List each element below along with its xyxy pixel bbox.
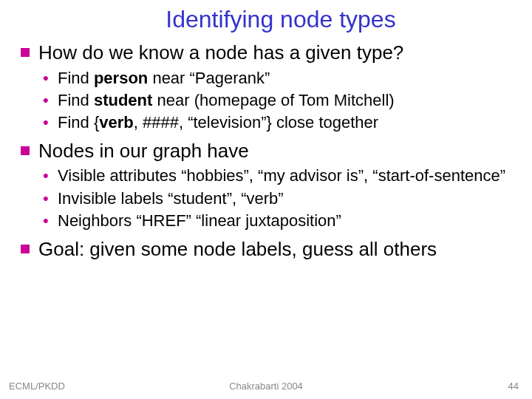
- footer-left: ECML/PKDD: [9, 381, 65, 392]
- bold-term: student: [94, 91, 152, 109]
- text: Find: [58, 69, 94, 87]
- sub-bullet-2b: Invisible labels “student”, “verb”: [43, 188, 514, 209]
- sub-bullet-1b: Find student near (homepage of Tom Mitch…: [43, 90, 514, 111]
- footer-center: Chakrabarti 2004: [0, 381, 532, 392]
- sub-list-2: Visible attributes “hobbies”, “my adviso…: [43, 166, 514, 231]
- top-bullet-3: Goal: given some node labels, guess all …: [18, 237, 514, 262]
- slide-footer: ECML/PKDD Chakrabarti 2004 44: [0, 381, 532, 392]
- sub-list-1: Find person near “Pagerank” Find student…: [43, 68, 514, 133]
- text: near (homepage of Tom Mitchell): [152, 91, 394, 109]
- top-level-list: How do we know a node has a given type? …: [18, 41, 514, 261]
- text: near “Pagerank”: [148, 69, 270, 87]
- sub-bullet-2a: Visible attributes “hobbies”, “my adviso…: [43, 166, 514, 186]
- text: Find: [58, 91, 94, 109]
- text: , ####, “television”} close together: [134, 113, 378, 132]
- slide-title: Identifying node types: [47, 6, 514, 33]
- top-bullet-1: How do we know a node has a given type?: [18, 41, 514, 65]
- text: Find {: [58, 113, 99, 132]
- sub-bullet-1a: Find person near “Pagerank”: [43, 68, 514, 89]
- sub-bullet-2c: Neighbors “HREF” “linear juxtaposition”: [43, 211, 514, 231]
- top-bullet-2: Nodes in our graph have: [18, 139, 514, 163]
- footer-right: 44: [508, 381, 519, 392]
- sub-bullet-1c: Find {verb, ####, “television”} close to…: [43, 112, 514, 133]
- bold-term: verb: [99, 113, 133, 132]
- bold-term: person: [94, 69, 148, 87]
